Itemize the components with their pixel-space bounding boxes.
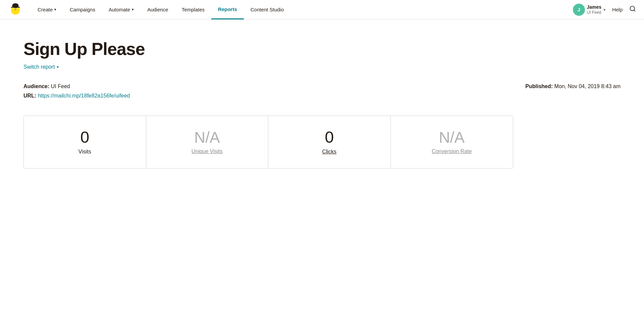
nav-items: Create ▾ Campaigns Automate ▾ Audience T… [31,0,573,19]
nav-item-templates[interactable]: Templates [175,0,211,19]
svg-line-12 [634,10,635,11]
visits-label: Visits [78,149,91,155]
main-content: Sign Up Please Switch report ▾ Audience:… [0,19,644,182]
svg-point-6 [15,8,16,9]
audience-row: Audience: UI Feed [23,83,130,89]
nav-right: J James UI Feed ▾ Help [573,4,636,16]
stat-unique-visits: N/A Unique Visits [146,116,269,168]
avatar: J [573,4,585,16]
url-link[interactable]: https://mailchi.mp/18fe82a156fe/uifeed [38,93,130,99]
audience-value: UI Feed [51,83,70,89]
nav-item-content-studio[interactable]: Content Studio [244,0,290,19]
meta-left: Audience: UI Feed URL: https://mailchi.m… [23,83,130,99]
stat-conversion-rate: N/A Conversion Rate [391,116,513,168]
visits-value: 0 [80,129,89,145]
chevron-down-icon: ▾ [603,7,605,12]
unique-visits-value: N/A [194,130,220,145]
stat-visits: 0 Visits [24,116,146,168]
nav-item-audience[interactable]: Audience [141,0,175,19]
nav-item-automate[interactable]: Automate ▾ [102,0,141,19]
help-link[interactable]: Help [612,7,623,12]
audience-label: Audience: [23,83,49,89]
clicks-value: 0 [325,129,334,145]
chevron-down-icon: ▾ [54,7,56,12]
unique-visits-label[interactable]: Unique Visits [192,148,223,154]
logo[interactable] [8,2,23,17]
conversion-rate-label[interactable]: Conversion Rate [432,148,472,154]
meta-section: Audience: UI Feed URL: https://mailchi.m… [23,83,621,99]
stat-clicks: 0 Clicks [268,116,391,168]
published-value: Mon, Nov 04, 2019 8:43 am [554,83,621,89]
page-title: Sign Up Please [23,40,621,59]
user-menu[interactable]: J James UI Feed ▾ [573,4,606,16]
svg-point-7 [11,7,13,9]
user-name: James [587,4,602,10]
svg-rect-10 [11,7,20,8]
published-row: Published: Mon, Nov 04, 2019 8:43 am [525,83,621,89]
url-label: URL: [23,93,36,99]
chevron-down-icon: ▾ [132,7,134,12]
nav-item-create[interactable]: Create ▾ [31,0,63,19]
main-nav: Create ▾ Campaigns Automate ▾ Audience T… [0,0,644,19]
search-icon[interactable] [629,5,636,14]
svg-point-8 [18,7,19,9]
conversion-rate-value: N/A [439,130,465,145]
published-label: Published: [525,83,553,89]
switch-report-button[interactable]: Switch report ▾ [23,64,59,70]
stats-grid: 0 Visits N/A Unique Visits 0 Clicks N/A … [23,116,513,169]
clicks-label[interactable]: Clicks [322,149,336,155]
url-row: URL: https://mailchi.mp/18fe82a156fe/uif… [23,93,130,99]
nav-item-campaigns[interactable]: Campaigns [63,0,102,19]
user-org: UI Feed [587,10,602,15]
nav-item-reports[interactable]: Reports [211,0,244,19]
chevron-down-icon: ▾ [57,65,59,69]
